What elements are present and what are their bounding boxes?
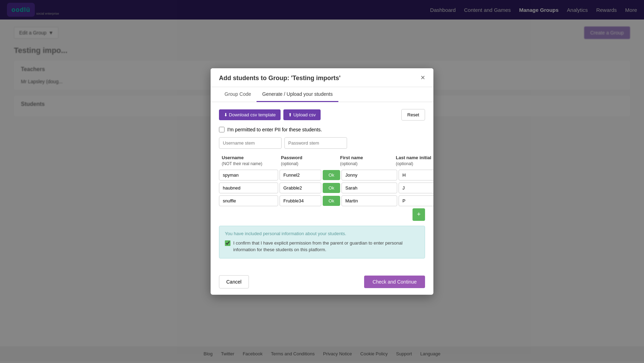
pii-label: I'm permitted to enter PII for these stu… [227, 127, 322, 132]
username-input-2[interactable] [219, 195, 278, 206]
firstname-input-0[interactable] [341, 170, 397, 180]
table-row: Ok 🗑 [219, 183, 425, 193]
table-row: Ok 🗑 [219, 195, 425, 206]
modal-title: Add students to Group: 'Testing imports' [219, 75, 340, 87]
add-student-button[interactable]: + [413, 208, 425, 221]
upload-csv-button[interactable]: ⬆ Upload csv [283, 109, 321, 120]
warning-text: You have included personal information a… [225, 231, 419, 236]
username-col-header: Username (NOT their real name) [220, 154, 279, 168]
confirm-checkbox[interactable] [225, 240, 230, 246]
top-actions: ⬇ Download csv template ⬆ Upload csv Res… [219, 109, 425, 121]
firstname-input-2[interactable] [341, 195, 397, 206]
modal-tabs: Group Code Generate / Upload your studen… [211, 87, 433, 102]
firstname-input-1[interactable] [341, 183, 397, 193]
add-row-container: + [219, 208, 425, 221]
confirm-text: I confirm that I have explicit permissio… [233, 240, 419, 253]
username-input-0[interactable] [219, 170, 278, 180]
last-name-col-header: Last name initial (optional) [394, 154, 433, 168]
table-headers: Username (NOT their real name) Password … [219, 154, 425, 168]
username-input-1[interactable] [219, 183, 278, 193]
check-continue-button[interactable]: Check and Continue [364, 276, 425, 288]
table-row: Ok 🗑 [219, 170, 425, 180]
download-csv-button[interactable]: ⬇ Download csv template [219, 109, 281, 120]
student-rows: Ok 🗑 Ok 🗑 [219, 170, 425, 206]
password-stem-input[interactable] [284, 137, 347, 149]
tab-generate-upload[interactable]: Generate / Upload your students [257, 87, 338, 102]
lastinitial-input-0[interactable] [399, 170, 433, 180]
modal-header: Add students to Group: 'Testing imports'… [211, 68, 433, 87]
reset-button[interactable]: Reset [401, 109, 425, 121]
ok-button-0[interactable]: Ok [323, 170, 340, 180]
confirm-row: I confirm that I have explicit permissio… [225, 240, 419, 253]
ok-col-header [321, 154, 338, 168]
close-button[interactable]: × [421, 74, 425, 82]
stem-row [219, 137, 425, 149]
first-name-col-header: First name (optional) [338, 154, 394, 168]
modal-footer: Cancel Check and Continue [211, 271, 433, 295]
ok-button-2[interactable]: Ok [323, 196, 340, 206]
lastinitial-input-1[interactable] [399, 183, 433, 193]
tab-group-code[interactable]: Group Code [219, 87, 257, 102]
modal-overlay: Add students to Group: 'Testing imports'… [0, 0, 644, 363]
cancel-button[interactable]: Cancel [219, 275, 249, 288]
warning-box: You have included personal information a… [219, 226, 425, 258]
ok-button-1[interactable]: Ok [323, 183, 340, 193]
password-input-2[interactable] [280, 195, 321, 206]
password-input-1[interactable] [280, 183, 321, 193]
pii-checkbox[interactable] [219, 127, 225, 132]
modal: Add students to Group: 'Testing imports'… [211, 68, 433, 295]
lastinitial-input-2[interactable] [399, 195, 433, 206]
modal-body: ⬇ Download csv template ⬆ Upload csv Res… [211, 102, 433, 271]
pii-row: I'm permitted to enter PII for these stu… [219, 127, 425, 132]
password-col-header: Password (optional) [279, 154, 321, 168]
username-stem-input[interactable] [219, 137, 282, 149]
password-input-0[interactable] [280, 170, 321, 180]
